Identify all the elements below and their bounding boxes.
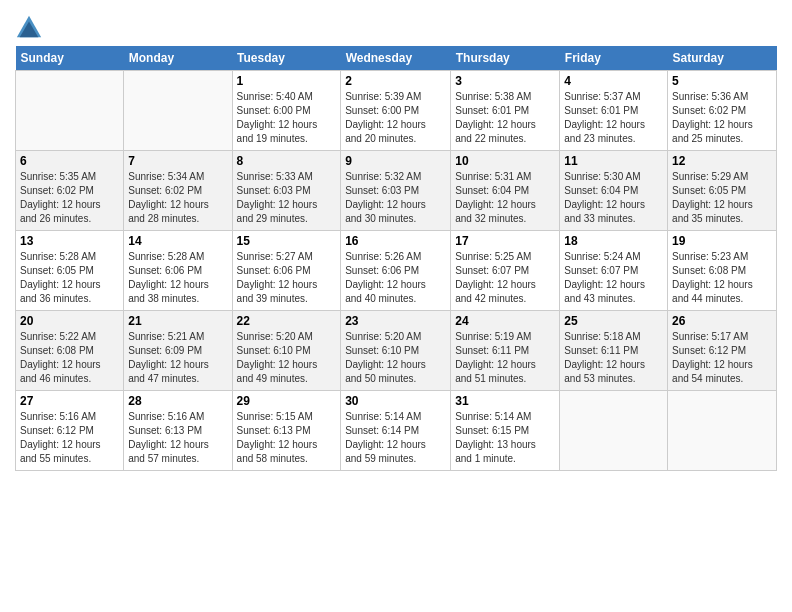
day-info: Sunrise: 5:26 AM Sunset: 6:06 PM Dayligh… [345,250,446,306]
day-number: 1 [237,74,337,88]
calendar-cell: 29Sunrise: 5:15 AM Sunset: 6:13 PM Dayli… [232,391,341,471]
calendar-cell: 26Sunrise: 5:17 AM Sunset: 6:12 PM Dayli… [668,311,777,391]
calendar-cell: 11Sunrise: 5:30 AM Sunset: 6:04 PM Dayli… [560,151,668,231]
logo-icon [15,14,43,42]
calendar-cell: 1Sunrise: 5:40 AM Sunset: 6:00 PM Daylig… [232,71,341,151]
calendar-cell: 12Sunrise: 5:29 AM Sunset: 6:05 PM Dayli… [668,151,777,231]
calendar-cell: 4Sunrise: 5:37 AM Sunset: 6:01 PM Daylig… [560,71,668,151]
weekday-header-sunday: Sunday [16,46,124,71]
calendar-cell: 13Sunrise: 5:28 AM Sunset: 6:05 PM Dayli… [16,231,124,311]
day-number: 10 [455,154,555,168]
day-number: 20 [20,314,119,328]
day-number: 19 [672,234,772,248]
calendar-cell: 24Sunrise: 5:19 AM Sunset: 6:11 PM Dayli… [451,311,560,391]
calendar-cell: 18Sunrise: 5:24 AM Sunset: 6:07 PM Dayli… [560,231,668,311]
day-number: 5 [672,74,772,88]
day-number: 14 [128,234,227,248]
day-info: Sunrise: 5:39 AM Sunset: 6:00 PM Dayligh… [345,90,446,146]
calendar-week-2: 6Sunrise: 5:35 AM Sunset: 6:02 PM Daylig… [16,151,777,231]
day-number: 31 [455,394,555,408]
calendar-cell: 21Sunrise: 5:21 AM Sunset: 6:09 PM Dayli… [124,311,232,391]
day-info: Sunrise: 5:20 AM Sunset: 6:10 PM Dayligh… [345,330,446,386]
day-info: Sunrise: 5:24 AM Sunset: 6:07 PM Dayligh… [564,250,663,306]
day-number: 11 [564,154,663,168]
day-number: 2 [345,74,446,88]
calendar-cell: 14Sunrise: 5:28 AM Sunset: 6:06 PM Dayli… [124,231,232,311]
day-info: Sunrise: 5:21 AM Sunset: 6:09 PM Dayligh… [128,330,227,386]
day-info: Sunrise: 5:20 AM Sunset: 6:10 PM Dayligh… [237,330,337,386]
day-info: Sunrise: 5:35 AM Sunset: 6:02 PM Dayligh… [20,170,119,226]
calendar-week-3: 13Sunrise: 5:28 AM Sunset: 6:05 PM Dayli… [16,231,777,311]
calendar-cell: 19Sunrise: 5:23 AM Sunset: 6:08 PM Dayli… [668,231,777,311]
header-row [15,10,777,42]
calendar-cell: 31Sunrise: 5:14 AM Sunset: 6:15 PM Dayli… [451,391,560,471]
calendar-cell: 25Sunrise: 5:18 AM Sunset: 6:11 PM Dayli… [560,311,668,391]
weekday-header-friday: Friday [560,46,668,71]
day-number: 18 [564,234,663,248]
day-info: Sunrise: 5:40 AM Sunset: 6:00 PM Dayligh… [237,90,337,146]
calendar-week-1: 1Sunrise: 5:40 AM Sunset: 6:00 PM Daylig… [16,71,777,151]
day-number: 7 [128,154,227,168]
calendar-cell: 10Sunrise: 5:31 AM Sunset: 6:04 PM Dayli… [451,151,560,231]
day-number: 26 [672,314,772,328]
day-info: Sunrise: 5:37 AM Sunset: 6:01 PM Dayligh… [564,90,663,146]
calendar-cell: 6Sunrise: 5:35 AM Sunset: 6:02 PM Daylig… [16,151,124,231]
day-number: 21 [128,314,227,328]
day-info: Sunrise: 5:31 AM Sunset: 6:04 PM Dayligh… [455,170,555,226]
day-info: Sunrise: 5:27 AM Sunset: 6:06 PM Dayligh… [237,250,337,306]
day-info: Sunrise: 5:14 AM Sunset: 6:15 PM Dayligh… [455,410,555,466]
weekday-header-monday: Monday [124,46,232,71]
calendar-cell: 3Sunrise: 5:38 AM Sunset: 6:01 PM Daylig… [451,71,560,151]
calendar-week-4: 20Sunrise: 5:22 AM Sunset: 6:08 PM Dayli… [16,311,777,391]
day-info: Sunrise: 5:38 AM Sunset: 6:01 PM Dayligh… [455,90,555,146]
weekday-header-thursday: Thursday [451,46,560,71]
day-number: 13 [20,234,119,248]
calendar-cell: 17Sunrise: 5:25 AM Sunset: 6:07 PM Dayli… [451,231,560,311]
calendar-body: 1Sunrise: 5:40 AM Sunset: 6:00 PM Daylig… [16,71,777,471]
weekday-header-wednesday: Wednesday [341,46,451,71]
day-info: Sunrise: 5:16 AM Sunset: 6:13 PM Dayligh… [128,410,227,466]
calendar-cell: 9Sunrise: 5:32 AM Sunset: 6:03 PM Daylig… [341,151,451,231]
day-number: 9 [345,154,446,168]
calendar-cell [16,71,124,151]
day-number: 8 [237,154,337,168]
calendar-table: SundayMondayTuesdayWednesdayThursdayFrid… [15,46,777,471]
calendar-cell: 5Sunrise: 5:36 AM Sunset: 6:02 PM Daylig… [668,71,777,151]
calendar-cell [560,391,668,471]
day-number: 16 [345,234,446,248]
day-info: Sunrise: 5:22 AM Sunset: 6:08 PM Dayligh… [20,330,119,386]
day-number: 30 [345,394,446,408]
calendar-cell: 15Sunrise: 5:27 AM Sunset: 6:06 PM Dayli… [232,231,341,311]
calendar-cell: 20Sunrise: 5:22 AM Sunset: 6:08 PM Dayli… [16,311,124,391]
day-info: Sunrise: 5:17 AM Sunset: 6:12 PM Dayligh… [672,330,772,386]
calendar-cell: 23Sunrise: 5:20 AM Sunset: 6:10 PM Dayli… [341,311,451,391]
calendar-cell: 30Sunrise: 5:14 AM Sunset: 6:14 PM Dayli… [341,391,451,471]
calendar-header: SundayMondayTuesdayWednesdayThursdayFrid… [16,46,777,71]
day-info: Sunrise: 5:18 AM Sunset: 6:11 PM Dayligh… [564,330,663,386]
day-number: 17 [455,234,555,248]
weekday-header-saturday: Saturday [668,46,777,71]
day-info: Sunrise: 5:36 AM Sunset: 6:02 PM Dayligh… [672,90,772,146]
calendar-cell: 22Sunrise: 5:20 AM Sunset: 6:10 PM Dayli… [232,311,341,391]
weekday-header-tuesday: Tuesday [232,46,341,71]
day-info: Sunrise: 5:23 AM Sunset: 6:08 PM Dayligh… [672,250,772,306]
calendar-cell: 7Sunrise: 5:34 AM Sunset: 6:02 PM Daylig… [124,151,232,231]
day-number: 27 [20,394,119,408]
calendar-week-5: 27Sunrise: 5:16 AM Sunset: 6:12 PM Dayli… [16,391,777,471]
day-number: 28 [128,394,227,408]
calendar-cell [668,391,777,471]
day-number: 6 [20,154,119,168]
day-info: Sunrise: 5:28 AM Sunset: 6:05 PM Dayligh… [20,250,119,306]
day-info: Sunrise: 5:33 AM Sunset: 6:03 PM Dayligh… [237,170,337,226]
day-number: 4 [564,74,663,88]
day-info: Sunrise: 5:15 AM Sunset: 6:13 PM Dayligh… [237,410,337,466]
weekday-header-row: SundayMondayTuesdayWednesdayThursdayFrid… [16,46,777,71]
calendar-cell: 16Sunrise: 5:26 AM Sunset: 6:06 PM Dayli… [341,231,451,311]
day-info: Sunrise: 5:19 AM Sunset: 6:11 PM Dayligh… [455,330,555,386]
day-number: 23 [345,314,446,328]
calendar-cell: 28Sunrise: 5:16 AM Sunset: 6:13 PM Dayli… [124,391,232,471]
calendar-cell: 2Sunrise: 5:39 AM Sunset: 6:00 PM Daylig… [341,71,451,151]
day-number: 3 [455,74,555,88]
day-number: 29 [237,394,337,408]
calendar-cell: 27Sunrise: 5:16 AM Sunset: 6:12 PM Dayli… [16,391,124,471]
